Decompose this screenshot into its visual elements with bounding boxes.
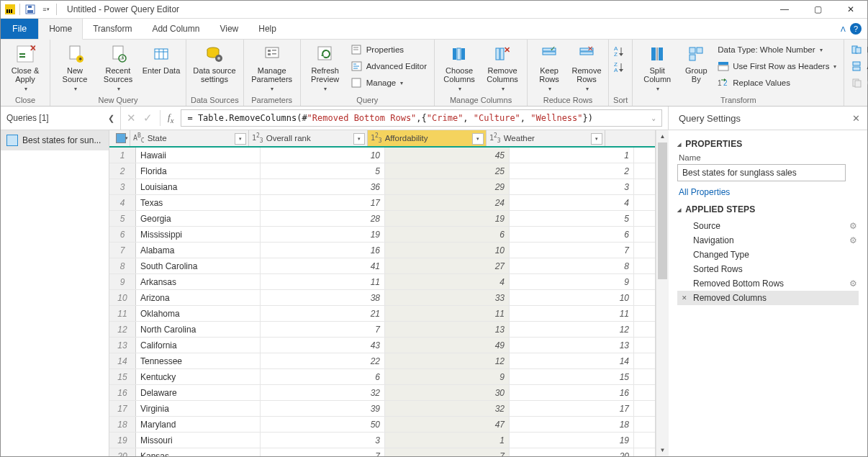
enter-data-button[interactable]: Enter Data (141, 41, 181, 75)
all-properties-link[interactable]: All Properties (679, 187, 859, 197)
cell-rank[interactable]: 10 (261, 148, 385, 163)
cell-rank[interactable]: 50 (261, 417, 385, 432)
table-row[interactable]: 19Missouri3119 (109, 433, 655, 448)
cell-rank[interactable]: 6 (261, 369, 385, 384)
table-row[interactable]: 17Virginia393217 (109, 401, 655, 417)
col-header-state[interactable]: ABCState▾ (130, 130, 249, 146)
cell-state[interactable]: Louisiana (136, 179, 261, 194)
formula-bar[interactable]: = Table.RemoveColumns(#"Removed Bottom R… (181, 109, 662, 127)
table-row[interactable]: 7Alabama16107 (109, 243, 655, 258)
cell-state[interactable]: Alabama (136, 243, 261, 258)
cell-weather[interactable]: 14 (510, 353, 634, 368)
row-header[interactable]: 9 (109, 274, 136, 289)
cell-weather[interactable]: 8 (510, 258, 634, 273)
table-row[interactable]: 2Florida5252 (109, 163, 655, 179)
formula-accept-icon[interactable]: ✓ (143, 112, 153, 125)
cell-affordability[interactable]: 12 (385, 353, 510, 368)
cell-affordability[interactable]: 25 (385, 163, 510, 178)
advanced-editor-button[interactable]: Advanced Editor (348, 59, 430, 73)
table-row[interactable]: 15Kentucky6915 (109, 369, 655, 385)
table-row[interactable]: 16Delaware323016 (109, 385, 655, 401)
cell-state[interactable]: Hawaii (136, 148, 261, 163)
col-header-rank[interactable]: 123Overall rank▾ (249, 130, 368, 146)
row-header[interactable]: 13 (109, 338, 136, 353)
sort-desc-button[interactable]: ZA (613, 61, 626, 73)
close-button[interactable]: ✕ (834, 1, 867, 18)
table-row[interactable]: 11Oklahoma211111 (109, 306, 655, 322)
cell-rank[interactable]: 16 (261, 243, 385, 258)
row-header[interactable]: 10 (109, 290, 136, 305)
cell-weather[interactable]: 16 (510, 385, 634, 400)
cell-rank[interactable]: 39 (261, 401, 385, 416)
cell-rank[interactable]: 5 (261, 163, 385, 178)
formula-cancel-icon[interactable]: ✕ (127, 112, 136, 125)
row-header[interactable]: 1 (109, 148, 136, 163)
cell-affordability[interactable]: 13 (385, 322, 510, 337)
table-row[interactable]: 18Maryland504718 (109, 417, 655, 433)
cell-affordability[interactable]: 33 (385, 290, 510, 305)
cell-rank[interactable]: 7 (261, 322, 385, 337)
table-row[interactable]: 20Kansas7720 (109, 448, 655, 456)
cell-affordability[interactable]: 29 (385, 179, 510, 194)
cell-rank[interactable]: 32 (261, 385, 385, 400)
cell-weather[interactable]: 2 (510, 163, 634, 178)
query-item[interactable]: Best states for sun... (1, 130, 109, 150)
collapse-ribbon-icon[interactable]: ᐱ (841, 25, 846, 33)
cell-weather[interactable]: 13 (510, 338, 634, 353)
tab-help[interactable]: Help (248, 19, 286, 39)
replace-values-button[interactable]: 12Replace Values (715, 76, 839, 90)
cell-affordability[interactable]: 9 (385, 369, 510, 384)
cell-state[interactable]: Oklahoma (136, 306, 261, 321)
formula-expand-icon[interactable]: ⌄ (652, 114, 656, 122)
table-row[interactable]: 3Louisiana36293 (109, 179, 655, 195)
cell-affordability[interactable]: 1 (385, 433, 510, 448)
tab-view[interactable]: View (209, 19, 248, 39)
cell-weather[interactable]: 19 (510, 433, 634, 448)
cell-affordability[interactable]: 11 (385, 306, 510, 321)
data-source-settings-button[interactable]: Data source settings (191, 41, 238, 83)
row-header[interactable]: 16 (109, 385, 136, 400)
table-row[interactable]: 8South Carolina41278 (109, 258, 655, 274)
cell-affordability[interactable]: 30 (385, 385, 510, 400)
cell-rank[interactable]: 17 (261, 195, 385, 210)
cell-rank[interactable]: 41 (261, 258, 385, 273)
cell-weather[interactable]: 17 (510, 401, 634, 416)
table-row[interactable]: 13California434913 (109, 338, 655, 353)
table-row[interactable]: 14Tennessee221214 (109, 353, 655, 369)
cell-rank[interactable]: 28 (261, 211, 385, 226)
cell-weather[interactable]: 15 (510, 369, 634, 384)
save-icon[interactable] (24, 4, 36, 15)
cell-rank[interactable]: 19 (261, 227, 385, 242)
cell-weather[interactable]: 12 (510, 322, 634, 337)
applied-step[interactable]: Navigation⚙ (677, 233, 859, 248)
cell-affordability[interactable]: 27 (385, 258, 510, 273)
properties-button[interactable]: Properties (348, 42, 430, 57)
applied-step[interactable]: Sorted Rows (677, 262, 859, 276)
choose-columns-button[interactable]: Choose Columns▾ (439, 41, 479, 94)
tab-add-column[interactable]: Add Column (142, 19, 209, 39)
tab-home[interactable]: Home (38, 18, 83, 40)
cell-rank[interactable]: 7 (261, 448, 385, 456)
table-row[interactable]: 6Mississippi1966 (109, 227, 655, 243)
cell-weather[interactable]: 1 (510, 148, 634, 163)
refresh-preview-button[interactable]: Refresh Preview▾ (305, 41, 345, 94)
row-header[interactable]: 18 (109, 417, 136, 432)
cell-affordability[interactable]: 6 (385, 227, 510, 242)
cell-state[interactable]: North Carolina (136, 322, 261, 337)
scroll-up-icon[interactable]: ▲ (656, 130, 669, 142)
cell-affordability[interactable]: 10 (385, 243, 510, 258)
applied-step[interactable]: Changed Type (677, 248, 859, 262)
col-header-weather[interactable]: 123Weather▾ (487, 130, 605, 146)
gear-icon[interactable]: ⚙ (849, 221, 857, 231)
remove-columns-button[interactable]: ✕Remove Columns▾ (482, 41, 523, 94)
table-row[interactable]: 4Texas17244 (109, 195, 655, 211)
scroll-down-icon[interactable]: ▼ (656, 444, 669, 456)
first-row-headers-button[interactable]: Use First Row as Headers▾ (715, 59, 839, 73)
row-header[interactable]: 7 (109, 243, 136, 258)
cell-affordability[interactable]: 7 (385, 448, 510, 456)
cell-state[interactable]: Maryland (136, 417, 261, 432)
scroll-thumb[interactable] (658, 142, 667, 279)
recent-sources-button[interactable]: Recent Sources▾ (98, 41, 138, 94)
cell-rank[interactable]: 11 (261, 274, 385, 289)
cell-affordability[interactable]: 19 (385, 211, 510, 226)
